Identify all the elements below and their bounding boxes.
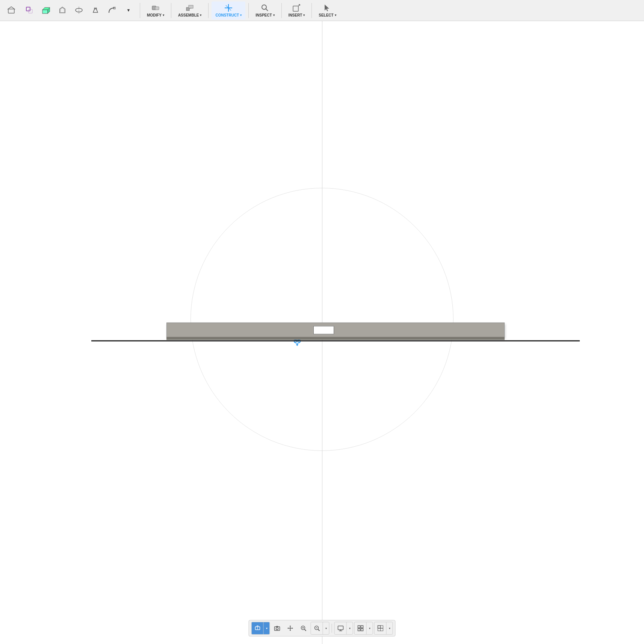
zoom-group: ▾	[311, 622, 330, 635]
svg-rect-11	[189, 5, 193, 8]
sketch-icon	[25, 6, 34, 15]
display-dropdown-btn[interactable]: ▾	[347, 622, 353, 634]
svg-rect-9	[155, 7, 159, 10]
bottom-toolbar: ▾	[249, 620, 396, 636]
svg-point-30	[276, 627, 278, 630]
loft-btn[interactable]	[87, 2, 104, 20]
divider-4	[248, 3, 249, 18]
divider-1	[140, 3, 140, 18]
extrude-icon	[41, 6, 50, 15]
home-icon	[7, 6, 16, 15]
more-icon: ▼	[124, 6, 133, 15]
loft-icon	[91, 6, 100, 15]
svg-rect-42	[361, 626, 363, 628]
modify-label: MODIFY ▾	[147, 13, 164, 17]
icon-buttons-group: ▼	[21, 2, 137, 20]
svg-rect-48	[380, 628, 383, 631]
sketch-btn[interactable]	[21, 2, 38, 20]
svg-rect-45	[378, 626, 380, 628]
view-orientation-btn[interactable]	[252, 622, 264, 634]
modify-icon	[151, 3, 160, 12]
3d-slab	[166, 323, 505, 343]
extrude-btn[interactable]	[38, 2, 54, 20]
inspect-btn[interactable]: INSPECT ▾	[252, 2, 278, 20]
grid-btn[interactable]	[355, 622, 367, 634]
zoom-btn[interactable]	[298, 622, 310, 634]
sweep-icon	[107, 6, 116, 15]
svg-line-32	[305, 629, 306, 631]
inspect-label: INSPECT ▾	[255, 13, 274, 17]
assemble-icon	[185, 3, 194, 12]
ground-line	[91, 340, 580, 342]
display-group: ▾	[334, 622, 353, 635]
pan-btn[interactable]	[284, 622, 296, 634]
shell-icon	[58, 6, 67, 15]
insert-btn[interactable]: INSERT ▾	[285, 2, 309, 20]
svg-rect-47	[378, 628, 380, 631]
svg-rect-43	[358, 629, 360, 631]
divider-2	[171, 3, 171, 18]
divider-5	[281, 3, 282, 18]
inspect-icon	[260, 3, 269, 12]
view-orientation-group: ▾	[251, 622, 270, 635]
svg-line-17	[266, 9, 268, 11]
divider-6	[311, 3, 312, 18]
view-btn[interactable]	[375, 622, 387, 634]
construct-label: CONSTRUCT ▾	[215, 13, 242, 17]
select-icon	[323, 3, 332, 12]
svg-rect-46	[380, 626, 383, 628]
revolve-icon	[74, 6, 83, 15]
nav-circle	[190, 188, 454, 451]
assemble-btn[interactable]: ASSEMBLE ▾	[174, 2, 206, 20]
slab-top-face	[166, 323, 505, 338]
dropdown-arrow-btn[interactable]: ▼	[120, 2, 137, 20]
svg-rect-44	[361, 629, 363, 631]
construct-icon	[224, 3, 233, 12]
select-btn[interactable]: SELECT ▾	[315, 2, 340, 20]
svg-rect-38	[338, 626, 343, 630]
zoom-fit-btn[interactable]	[311, 622, 323, 634]
svg-rect-41	[358, 626, 360, 628]
bt-divider-1	[332, 624, 332, 633]
shell-btn[interactable]	[54, 2, 71, 20]
construct-btn[interactable]: CONSTRUCT ▾	[212, 2, 245, 20]
divider-3	[208, 3, 209, 18]
view-chevron-btn[interactable]: ▾	[264, 622, 270, 634]
home-btn[interactable]	[3, 2, 20, 20]
svg-rect-0	[8, 9, 14, 13]
svg-rect-1	[26, 7, 30, 11]
svg-rect-3	[42, 10, 48, 14]
grid-dropdown-btn[interactable]: ▾	[367, 622, 373, 634]
camera-btn[interactable]	[271, 622, 283, 634]
grid-group: ▾	[354, 622, 373, 635]
insert-label: INSERT ▾	[289, 13, 305, 17]
revolve-btn[interactable]	[71, 2, 87, 20]
display-btn[interactable]	[335, 622, 347, 634]
slab-bottom-face	[166, 337, 505, 340]
select-label: SELECT ▾	[319, 13, 336, 17]
zoom-dropdown-btn[interactable]: ▾	[323, 622, 329, 634]
view-group: ▾	[374, 622, 393, 635]
slab-white-rect	[313, 326, 334, 334]
svg-rect-18	[293, 6, 298, 11]
sweep-btn[interactable]	[104, 2, 120, 20]
view-dropdown-btn[interactable]: ▾	[387, 622, 393, 634]
svg-line-36	[318, 629, 319, 631]
modify-btn[interactable]: MODIFY ▾	[143, 2, 168, 20]
3d-viewport[interactable]: ▾	[0, 21, 644, 644]
main-toolbar: ▼ MODIFY ▾ ASSEMBLE ▾	[0, 0, 644, 21]
assemble-label: ASSEMBLE ▾	[178, 13, 202, 17]
insert-icon	[292, 3, 301, 12]
